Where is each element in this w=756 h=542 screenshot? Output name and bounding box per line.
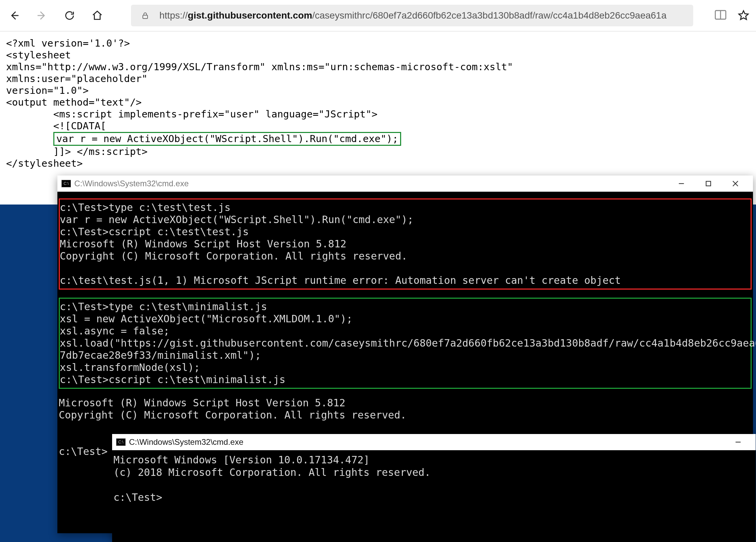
minimize-button[interactable] (725, 434, 752, 450)
cmd2-terminal[interactable]: Microsoft Windows [Version 10.0.17134.47… (112, 450, 756, 504)
highlighted-script-line: var r = new ActiveXObject("WScript.Shell… (53, 132, 401, 146)
address-bar: https://gist.githubusercontent.com/casey… (0, 0, 756, 31)
page-content: <?xml version='1.0'?> <stylesheet xmlns=… (0, 31, 756, 175)
home-icon (92, 10, 103, 21)
refresh-button[interactable] (62, 8, 77, 23)
cmd1-titlebar[interactable]: C:\ C:\Windows\System32\cmd.exe (57, 175, 753, 192)
toolbar-right (715, 10, 749, 21)
reading-view-icon[interactable] (715, 10, 726, 21)
browser-window: https://gist.githubusercontent.com/casey… (0, 0, 756, 205)
favorite-icon[interactable] (738, 10, 749, 21)
svg-rect-4 (706, 181, 711, 186)
url-field[interactable]: https://gist.githubusercontent.com/casey… (131, 5, 693, 26)
minimize-button[interactable] (668, 175, 695, 192)
cmd-window-2: C:\ C:\Windows\System32\cmd.exe Microsof… (112, 434, 756, 542)
cmd2-titlebar[interactable]: C:\ C:\Windows\System32\cmd.exe (112, 434, 756, 450)
url-text: https://gist.githubusercontent.com/casey… (159, 10, 683, 21)
arrow-right-icon (36, 10, 48, 21)
maximize-button[interactable] (695, 175, 722, 192)
cmd-icon: C:\ (116, 438, 126, 446)
red-highlight-box: c:\Test>type c:\test\test.js var r = new… (59, 198, 752, 290)
close-button[interactable] (722, 175, 749, 192)
cmd-icon: C:\ (61, 180, 71, 187)
lock-icon (141, 11, 149, 20)
cmd1-title: C:\Windows\System32\cmd.exe (74, 179, 668, 188)
refresh-icon (64, 10, 75, 21)
green-highlight-box: c:\Test>type c:\test\minimalist.js xsl =… (59, 298, 752, 389)
svg-rect-0 (143, 15, 148, 19)
home-button[interactable] (90, 8, 105, 23)
cmd2-title: C:\Windows\System32\cmd.exe (129, 437, 725, 447)
cmd1-terminal[interactable]: c:\Test>type c:\test\test.js var r = new… (57, 192, 753, 458)
forward-button[interactable] (34, 8, 49, 23)
back-button[interactable] (7, 8, 22, 23)
arrow-left-icon (8, 10, 20, 21)
